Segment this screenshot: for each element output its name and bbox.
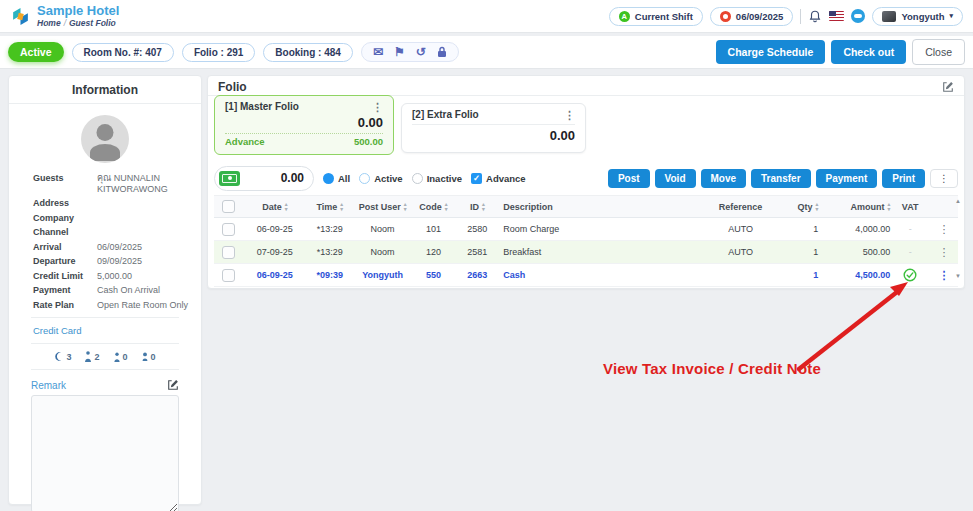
scroll-up-icon[interactable]: ▲ [955,198,961,204]
extra-folio-menu-icon[interactable]: ⋮ [564,110,575,120]
credit-card-link[interactable]: Credit Card [9,325,201,336]
email-icon[interactable]: ✉ [373,46,383,58]
folio-action-bar: Active Room No. #: 407 Folio : 291 Booki… [0,36,973,69]
col-header-qty[interactable]: Qty▴▾ [782,202,818,212]
remark-textarea[interactable] [31,395,179,511]
print-button[interactable]: Print [882,169,925,188]
extra-folio-name: [2] Extra Folio [412,109,479,120]
extra-folio-card[interactable]: [2] Extra Folio ⋮ 0.00 [401,103,586,153]
cell-description: Cash [499,270,698,280]
table-row[interactable]: 06-09-25 *13:29 Noom 101 2580 Room Charg… [214,218,958,241]
balance-amount-field[interactable]: 0.00 [214,166,314,191]
col-header-date[interactable]: Date▴▾ [244,202,306,212]
folio-transactions-table: Date▴▾ Time▴▾ Post User▴▾ Code▴▾ ID▴▾ De… [214,195,958,287]
sort-icon: ▴▾ [445,202,448,211]
post-button[interactable]: Post [608,169,650,188]
cell-amount: 500.00 [818,247,890,257]
booking-number-pill: Booking : 484 [263,43,353,62]
more-actions-button[interactable]: ⋮ [930,169,958,188]
col-header-time[interactable]: Time▴▾ [306,202,354,212]
move-button[interactable]: Move [701,169,747,188]
cell-id: 2580 [455,224,499,234]
flag-icon[interactable]: ⚑ [394,46,405,58]
row-checkbox[interactable] [222,223,235,236]
notifications-bell-icon[interactable] [808,9,822,24]
row-checkbox[interactable] [222,246,235,259]
filter-inactive-radio[interactable]: Inactive [412,173,462,184]
cell-qty: 1 [782,270,818,280]
history-icon[interactable]: ↺ [416,46,426,58]
infant-icon [141,352,149,361]
col-header-description[interactable]: Description [499,202,698,212]
divider [31,317,179,318]
cell-qty: 1 [782,247,818,257]
advance-label: Advance [225,136,265,147]
radio-icon [323,173,334,184]
transfer-button[interactable]: Transfer [751,169,810,188]
col-header-reference[interactable]: Reference [699,202,783,212]
filter-active-radio[interactable]: Active [359,173,403,184]
void-button[interactable]: Void [655,169,696,188]
cell-reference: AUTO [699,247,783,257]
lock-icon[interactable] [437,46,447,58]
cash-icon [219,171,240,186]
extra-folio-balance: 0.00 [412,128,575,143]
col-header-post-user[interactable]: Post User▴▾ [354,202,412,212]
close-button[interactable]: Close [912,39,965,65]
col-header-amount[interactable]: Amount▴▾ [818,202,890,212]
payment-button[interactable]: Payment [816,169,878,188]
breadcrumb-home[interactable]: Home [37,18,61,28]
user-menu[interactable]: Yongyuth ▾ [872,7,963,26]
row-menu-icon[interactable]: ⋮ [939,270,950,280]
current-shift-pill[interactable]: A Current Shift [609,7,703,26]
field-channel: Channel [33,227,191,238]
table-row[interactable]: 07-09-25 *13:29 Noom 120 2581 Breakfast … [214,241,958,264]
business-date-pill[interactable]: 06/09/2025 [710,7,794,26]
col-header-id[interactable]: ID▴▾ [455,202,499,212]
support-chat-icon[interactable] [851,9,865,23]
adults-count: 2 [84,351,99,362]
row-menu-icon[interactable]: ⋮ [939,224,950,234]
col-header-code[interactable]: Code▴▾ [411,202,455,212]
field-guests: Guestsคุณ NUNNALIN KITWORAWONG [33,173,191,194]
shift-letter-badge: A [619,11,630,22]
nights-count: 3 [54,351,71,362]
user-avatar [882,11,896,22]
col-header-vat[interactable]: VAT [890,202,930,212]
cell-amount: 4,000.00 [818,224,890,234]
balance-amount: 0.00 [281,171,304,185]
brand: Sample Hotel Home/Guest Folio [10,4,119,28]
charge-schedule-button[interactable]: Charge Schedule [716,40,826,64]
scroll-down-icon[interactable]: ▼ [955,273,961,279]
field-rate-plan: Rate PlanOpen Rate Room Only [33,300,191,311]
select-all-checkbox[interactable] [222,200,235,213]
filter-all-radio[interactable]: All [323,173,350,184]
moon-icon [54,351,64,362]
field-company: Company [33,213,191,224]
cell-vat: - [909,247,912,257]
divider [225,133,383,134]
tax-invoice-check-icon[interactable] [903,268,917,282]
check-out-button[interactable]: Check out [831,40,906,64]
divider [31,343,179,344]
row-checkbox[interactable] [222,269,235,282]
field-departure: Departure09/09/2025 [33,256,191,267]
row-menu-icon[interactable]: ⋮ [939,247,950,257]
field-payment: PaymentCash On Arrival [33,285,191,296]
table-row-payment[interactable]: 06-09-25 *09:39 Yongyuth 550 2663 Cash 1… [214,264,958,287]
master-folio-card[interactable]: [1] Master Folio ⋮ 0.00 Advance 500.00 [214,95,394,155]
hotel-logo-icon [10,6,31,27]
table-header-row: Date▴▾ Time▴▾ Post User▴▾ Code▴▾ ID▴▾ De… [214,195,958,218]
edit-folio-icon[interactable] [942,81,954,93]
status-badge: Active [8,42,64,62]
master-folio-menu-icon[interactable]: ⋮ [372,102,383,112]
edit-remark-icon[interactable] [167,379,179,391]
cell-post-user: Noom [354,247,412,257]
divider [412,124,575,125]
user-name: Yongyuth [901,11,944,22]
language-flag-icon[interactable] [829,11,844,21]
filter-advance-checkbox[interactable]: ✓Advance [471,173,526,184]
master-folio-name: [1] Master Folio [225,101,299,112]
annotation-text: View Tax Invoice / Credit Note [603,360,821,377]
sort-icon: ▴▾ [340,202,343,211]
